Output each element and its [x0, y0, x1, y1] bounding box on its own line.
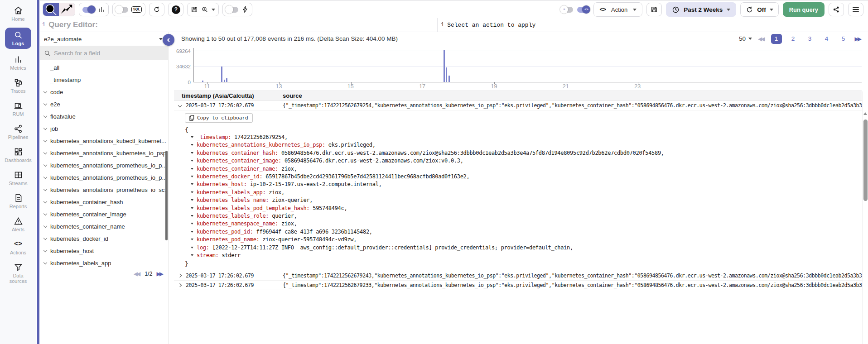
page-button[interactable]: 4	[821, 34, 832, 44]
sidebar-item-alerts[interactable]: Alerts	[4, 215, 33, 234]
menu-button[interactable]	[848, 3, 863, 16]
row-collapse-control[interactable]	[174, 104, 186, 107]
chevron-down-icon[interactable]	[191, 144, 193, 146]
stream-select[interactable]: e2e_automate	[40, 32, 168, 46]
field-list-item[interactable]: kubernetes_container_hash	[40, 196, 168, 208]
run-query-button[interactable]: Run query	[783, 2, 825, 17]
chevron-down-icon[interactable]	[191, 254, 193, 256]
field-list-item[interactable]: kubernetes_annotations_prometheus_io_p..…	[40, 159, 168, 172]
sidebar-item-reports[interactable]: Reports	[4, 192, 33, 210]
field-list-item[interactable]: kubernetes_host	[40, 245, 168, 257]
sidebar-item-metrics[interactable]: Metrics	[4, 53, 33, 72]
json-key[interactable]: kubernetes_docker_id:	[197, 173, 262, 181]
column-header-source[interactable]: source	[283, 92, 862, 99]
json-key[interactable]: kubernetes_namespace_name:	[197, 220, 278, 228]
json-key[interactable]: kubernetes_host:	[197, 181, 247, 188]
fields-scrollbar[interactable]	[165, 151, 168, 240]
reset-filters-button[interactable]	[149, 3, 164, 16]
field-list-item[interactable]: e2e	[40, 98, 168, 110]
chevron-down-icon[interactable]	[191, 207, 193, 209]
sql-mode-toggle[interactable]	[116, 7, 128, 13]
sidebar-item-data-sources[interactable]: Data sources	[4, 261, 33, 285]
field-list-item[interactable]: _all	[40, 62, 168, 74]
json-key[interactable]: kubernetes_labels_role:	[197, 212, 269, 220]
fields-next-page-button[interactable]: ▶▶	[157, 271, 164, 277]
histogram-plot[interactable]	[193, 48, 862, 82]
json-key[interactable]: kubernetes_pod_name:	[197, 236, 260, 244]
field-list-item[interactable]: kubernetes_annotations_kubectl_kubernet.…	[40, 135, 168, 147]
page-button[interactable]: 3	[805, 34, 815, 44]
auto-refresh-dropdown[interactable]: Off	[740, 2, 779, 17]
quick-mode-toggle[interactable]	[226, 7, 238, 13]
sidebar-item-pipelines[interactable]: Pipelines	[4, 123, 33, 141]
json-key[interactable]: stream:	[197, 252, 218, 259]
histogram-bar[interactable]	[444, 50, 445, 82]
chevron-down-icon[interactable]	[191, 183, 193, 185]
json-key[interactable]: kubernetes_container_name:	[197, 165, 278, 173]
results-scrollbar[interactable]	[862, 91, 868, 344]
save-icon[interactable]	[191, 6, 198, 13]
chevron-down-icon[interactable]	[191, 215, 193, 217]
histogram-bar[interactable]	[446, 67, 447, 82]
page-button[interactable]: 5	[838, 34, 849, 44]
sidebar-item-traces[interactable]: Traces	[4, 76, 33, 95]
histogram-bar[interactable]	[448, 76, 450, 82]
chevron-down-icon[interactable]	[191, 199, 193, 201]
field-search-input[interactable]	[54, 50, 164, 57]
visualize-view-button[interactable]	[59, 3, 75, 16]
table-row[interactable]: 2025-03-17 17:26:02.679 {"_timestamp":17…	[174, 281, 862, 290]
sidebar-item-logs[interactable]: Logs	[5, 28, 31, 49]
sidebar-item-home[interactable]: Home	[4, 5, 33, 23]
histogram-toggle[interactable]	[82, 7, 95, 13]
field-list-item[interactable]: kubernetes_docker_id	[40, 233, 168, 245]
time-range-dropdown[interactable]: Past 2 Weeks	[666, 2, 736, 17]
field-list-item[interactable]: kubernetes_annotations_prometheus_io_p..…	[40, 172, 168, 184]
chevron-down-icon[interactable]	[191, 223, 193, 225]
sidebar-item-streams[interactable]: Streams	[4, 169, 33, 187]
histogram-bar[interactable]	[221, 67, 222, 82]
json-key[interactable]: kubernetes_container_image:	[197, 157, 281, 165]
histogram-bar[interactable]	[202, 81, 203, 82]
next-page-button[interactable]: ▶▶	[855, 36, 862, 42]
function-editor-toggle[interactable]: ≡	[561, 7, 573, 13]
column-header-timestamp[interactable]: timestamp (Asia/Calcutta)	[174, 92, 283, 99]
field-list-item[interactable]: kubernetes_container_image	[40, 208, 168, 220]
table-row-expanded[interactable]: 2025-03-17 17:26:02.679 {"_timestamp":17…	[174, 101, 862, 110]
panel-splitter[interactable]	[37, 0, 39, 344]
saved-search-icon[interactable]	[201, 6, 208, 13]
chevron-down-icon[interactable]	[191, 176, 193, 177]
field-list-item[interactable]: kubernetes_annotations_prometheus_io_sc.…	[40, 184, 168, 196]
chevron-down-icon[interactable]	[191, 191, 193, 193]
prev-page-button[interactable]: ◀◀	[758, 36, 765, 42]
page-size-select[interactable]: 50	[739, 35, 752, 42]
chevron-down-icon[interactable]	[212, 9, 215, 11]
scroll-up-arrow-icon[interactable]	[863, 112, 867, 115]
json-key[interactable]: kubernetes_pod_id:	[197, 228, 253, 236]
collapse-fields-button[interactable]	[163, 34, 174, 46]
field-list-item[interactable]: job	[40, 123, 168, 135]
field-list-item[interactable]: floatvalue	[40, 110, 168, 123]
field-list-item[interactable]: kubernetes_annotations_kubernetes_io_psp	[40, 147, 168, 159]
chevron-down-icon[interactable]	[191, 231, 193, 233]
histogram-bar[interactable]	[224, 80, 225, 82]
field-list-item[interactable]: kubernetes_labels_app	[40, 257, 168, 269]
chevron-down-icon[interactable]	[191, 247, 193, 248]
histogram-bar[interactable]	[226, 78, 227, 82]
table-row[interactable]: 2025-03-17 17:26:02.679 {"_timestamp":17…	[174, 271, 862, 281]
sidebar-item-rum[interactable]: RUM	[4, 100, 33, 118]
page-button[interactable]: 2	[788, 34, 799, 44]
field-list-item[interactable]: kubernetes_container_name	[40, 220, 168, 233]
json-key[interactable]: kubernetes_labels_app:	[197, 189, 265, 196]
json-key[interactable]: log:	[197, 244, 209, 252]
page-button[interactable]: 1	[771, 34, 782, 44]
query-editor[interactable]: 1 Query Editor:	[40, 18, 438, 32]
field-list-item[interactable]: _timestamp	[40, 74, 168, 86]
copy-to-clipboard-button[interactable]: Copy to clipboard	[185, 113, 253, 123]
action-editor[interactable]: 1 Select an action to apply	[438, 18, 868, 32]
json-key[interactable]: kubernetes_labels_name:	[197, 196, 269, 204]
sidebar-item-actions[interactable]: <> Actions	[4, 238, 33, 257]
action-editor-toggle[interactable]: <>	[577, 7, 589, 13]
action-dropdown[interactable]: <> Action	[593, 2, 642, 17]
json-key[interactable]: _timestamp:	[197, 134, 231, 141]
field-list-item[interactable]: code	[40, 86, 168, 98]
